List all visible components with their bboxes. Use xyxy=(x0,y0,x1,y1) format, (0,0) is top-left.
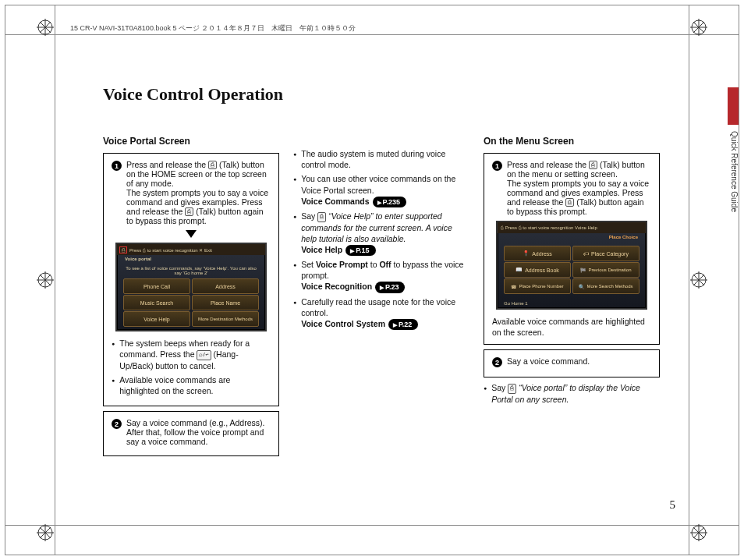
registration-mark-icon xyxy=(37,271,54,289)
talk-icon: ⎙ xyxy=(185,207,193,216)
registration-mark-icon xyxy=(690,271,707,289)
bullet: Available voice commands are highlighted… xyxy=(112,374,271,396)
step-box-2: 2 Say a voice command (e.g., Address). A… xyxy=(103,411,279,456)
step-box-1: 1 Press and release the ⎙ (Talk) button … xyxy=(103,153,279,406)
bullet: Say ⎙ “Voice Help” to enter supported co… xyxy=(293,211,469,256)
talk-icon: ⎙ xyxy=(120,247,126,253)
page: 15 CR-V NAVI-31T0A8100.book 5 ページ ２０１４年８… xyxy=(0,0,744,560)
page-ref-pill: P.23 xyxy=(375,282,405,292)
step-box-2: 2 Say a voice command. xyxy=(484,349,660,377)
side-tab-label: Quick Reference Guide xyxy=(730,128,739,212)
talk-icon: ⎙ xyxy=(508,384,516,394)
crop-line xyxy=(55,5,55,555)
page-ref-pill: P.22 xyxy=(388,319,418,330)
crop-line xyxy=(5,34,739,35)
talk-icon: ⎙ xyxy=(317,212,326,222)
step-box-1: 1 Press and release the ⎙ (Talk) button … xyxy=(484,153,660,345)
page-title: Voice Control Operation xyxy=(103,84,660,105)
hangup-back-icon: ⌕/↩ xyxy=(197,350,211,360)
bullet: You can use other voice commands on the … xyxy=(293,173,469,207)
registration-mark-icon xyxy=(690,19,707,36)
registration-mark-icon xyxy=(37,524,54,541)
heading-voice-portal: Voice Portal Screen xyxy=(103,136,279,147)
voice-portal-screenshot: ⎙Press ⎙ to start voice recognition ✕ Ex… xyxy=(115,243,267,331)
col-voice-portal: Voice Portal Screen 1 Press and release … xyxy=(103,136,279,461)
col-menu-screen: On the Menu Screen 1 Press and release t… xyxy=(484,136,660,461)
step-number-1: 1 xyxy=(112,161,122,171)
talk-icon: ⎙ xyxy=(208,161,217,169)
registration-mark-icon xyxy=(37,19,54,36)
side-tab xyxy=(728,87,739,125)
page-number: 5 xyxy=(670,498,676,512)
registration-mark-icon xyxy=(690,524,707,541)
header-note: 15 CR-V NAVI-31T0A8100.book 5 ページ ２０１４年８… xyxy=(70,23,356,34)
crop-line xyxy=(689,5,689,555)
bullet: Carefully read the usage note for the vo… xyxy=(293,296,469,330)
screenshot-caption: Available voice commands are highlighted… xyxy=(492,316,651,338)
page-ref-pill: P.235 xyxy=(373,197,406,207)
bullet: Set Voice Prompt to Off to bypass the vo… xyxy=(293,259,469,292)
page-ref-pill: P.15 xyxy=(345,245,375,256)
crop-line xyxy=(5,525,739,526)
talk-icon: ⎙ xyxy=(589,161,597,169)
talk-icon: ⎙ xyxy=(565,198,574,207)
step1-text: Press and release the ⎙ (Talk) button on… xyxy=(126,160,271,225)
step1-text: Press and release the ⎙ (Talk) button on… xyxy=(507,160,651,216)
heading-menu-screen: On the Menu Screen xyxy=(484,136,660,147)
bullet: The audio system is muted during voice c… xyxy=(293,148,469,170)
step-number-2: 2 xyxy=(492,357,502,367)
down-arrow-icon xyxy=(186,230,197,238)
step-number-1: 1 xyxy=(492,161,502,171)
col-notes: The audio system is muted during voice c… xyxy=(293,136,469,461)
bullet: Say ⎙ “Voice portal” to display the Voic… xyxy=(484,382,660,405)
step2-text: Say a voice command. xyxy=(507,356,590,366)
content: Voice Control Operation Voice Portal Scr… xyxy=(103,84,660,498)
menu-screenshot: ⎙ Press ⎙ to start voice recognition Voi… xyxy=(496,221,647,310)
step-number-2: 2 xyxy=(112,419,122,429)
step2-text: Say a voice command (e.g., Address). Aft… xyxy=(126,418,271,446)
bullet: The system beeps when ready for a comman… xyxy=(112,338,271,371)
